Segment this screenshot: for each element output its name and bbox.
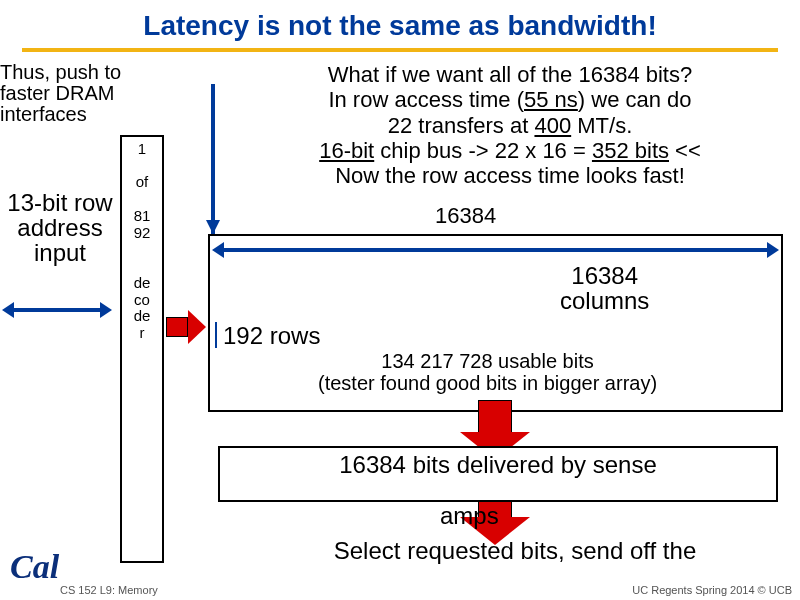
decoder-of: of (122, 174, 162, 191)
rows-height-arrow-icon (211, 322, 221, 348)
decoder-8192-b: 92 (122, 225, 162, 242)
decoder-column: 1 of 81 92 de co de r (120, 135, 164, 563)
decoder-word-2: co (122, 292, 162, 309)
columns-label: 16384 columns (560, 263, 649, 313)
blue-arrow-icon (206, 84, 220, 234)
explain-line-2: In row access time (55 ns) we can do (230, 87, 790, 112)
decoder-word-1: de (122, 275, 162, 292)
usable-bits-label: 134 217 728 usable bits (tester found go… (318, 350, 657, 394)
row-address-arrow (2, 302, 112, 318)
latency-value: 55 ns (524, 87, 578, 112)
explanation-block: What if we want all of the 16384 bits? I… (230, 62, 790, 188)
select-bits-text: Select requested bits, send off the (250, 537, 780, 565)
explain-line-4: 16-bit chip bus -> 22 x 16 = 352 bits << (230, 138, 790, 163)
rate-value: 400 (534, 113, 571, 138)
columns-width-arrow (212, 242, 779, 258)
rows-label: 192 rows (211, 322, 320, 350)
footer-copyright: UC Regents Spring 2014 © UCB (632, 584, 792, 596)
push-faster-dram-text: Thus, push to faster DRAM interfaces (0, 62, 140, 125)
overlapping-16384-text: 16384 (435, 203, 496, 229)
decoder-output-arrow-icon (166, 310, 206, 344)
explain-line-1: What if we want all of the 16384 bits? (230, 62, 790, 87)
title-divider (22, 48, 778, 52)
sense-amps-box: 16384 bits delivered by sense (218, 446, 778, 502)
row-address-label: 13-bit row address input (4, 190, 116, 266)
sense-amps-overflow-text: amps (440, 502, 499, 530)
decoder-word-4: r (122, 325, 162, 342)
explain-line-5: Now the row access time looks fast! (230, 163, 790, 188)
result-bits: 352 bits (592, 138, 669, 163)
decoder-one: 1 (122, 141, 162, 158)
decoder-word-3: de (122, 308, 162, 325)
explain-line-3: 22 transfers at 400 MT/s. (230, 113, 790, 138)
footer-course: CS 152 L9: Memory (60, 584, 158, 596)
slide-title: Latency is not the same as bandwidth! (0, 0, 800, 48)
cal-logo: Cal (10, 548, 59, 586)
decoder-8192-a: 81 (122, 208, 162, 225)
